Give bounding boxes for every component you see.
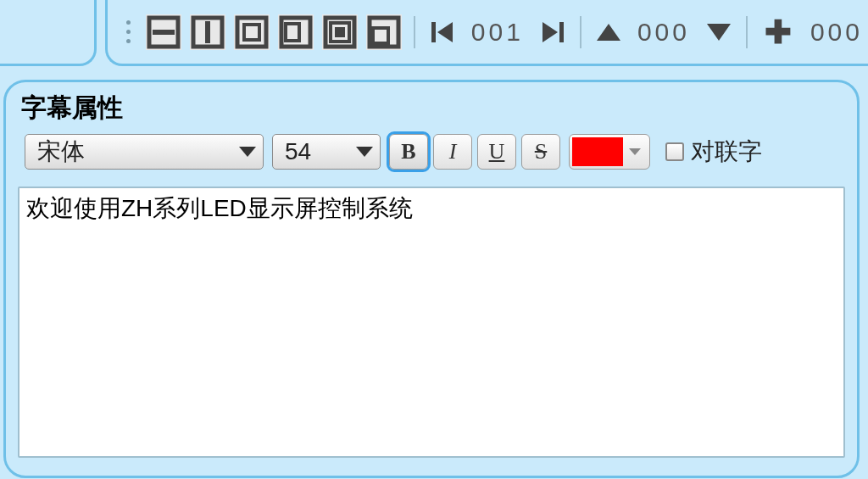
add-button[interactable]: ✚ — [760, 14, 797, 51]
text-color-select[interactable] — [569, 134, 650, 170]
layout-frame-icon[interactable] — [234, 14, 270, 50]
svg-rect-1 — [153, 30, 175, 35]
layout-nested-icon[interactable] — [322, 14, 358, 50]
underline-label: U — [489, 139, 505, 164]
counter-2: 000 — [632, 18, 695, 47]
strike-label: S — [535, 139, 547, 164]
counter-3: 000 — [805, 18, 868, 47]
layout-corner-icon[interactable] — [366, 14, 402, 50]
format-toolbar: 宋体 54 B I U S 对联字 — [18, 134, 845, 170]
svg-rect-4 — [237, 18, 266, 47]
font-family-select[interactable]: 宋体 — [25, 134, 264, 170]
top-left-panel — [0, 0, 97, 66]
toolbar-grip-icon — [126, 20, 131, 43]
first-button[interactable] — [427, 17, 458, 47]
svg-rect-5 — [244, 25, 259, 40]
bold-label: B — [401, 139, 415, 164]
layout-inset-left-icon[interactable] — [278, 14, 314, 50]
layout-toolbar: 001 000 ✚ 000 — [105, 0, 868, 66]
font-size-value: 54 — [285, 138, 311, 165]
svg-rect-7 — [286, 24, 299, 41]
svg-marker-14 — [437, 22, 453, 42]
separator-icon — [746, 16, 748, 48]
couplet-checkbox[interactable] — [665, 142, 684, 161]
subtitle-properties-panel: 字幕属性 宋体 54 B I U S — [3, 80, 860, 478]
layout-rows-icon[interactable] — [146, 14, 181, 50]
italic-label: I — [449, 139, 457, 164]
bold-button[interactable]: B — [389, 134, 428, 170]
svg-marker-17 — [597, 24, 620, 41]
svg-rect-15 — [559, 22, 564, 42]
layout-cols-icon[interactable] — [190, 14, 225, 50]
font-size-select[interactable]: 54 — [272, 134, 381, 170]
svg-rect-12 — [373, 28, 388, 43]
svg-rect-10 — [335, 27, 345, 37]
color-swatch-icon — [572, 137, 623, 166]
svg-marker-16 — [542, 22, 558, 42]
text-style-group: B I U S — [389, 134, 560, 170]
underline-button[interactable]: U — [477, 134, 516, 170]
couplet-checkbox-wrap: 对联字 — [665, 136, 762, 168]
down-button[interactable] — [704, 17, 734, 47]
counter-1: 001 — [466, 18, 529, 47]
chevron-down-icon — [629, 148, 641, 155]
svg-rect-13 — [431, 22, 436, 42]
up-button[interactable] — [593, 17, 624, 47]
separator-icon — [414, 16, 415, 48]
subtitle-text-input[interactable]: 欢迎使用ZH系列LED显示屏控制系统 — [18, 187, 845, 458]
panel-title: 字幕属性 — [18, 89, 845, 134]
couplet-label: 对联字 — [691, 136, 762, 168]
chevron-down-icon — [239, 147, 256, 157]
separator-icon — [580, 16, 581, 48]
svg-rect-3 — [205, 21, 210, 43]
svg-marker-18 — [707, 24, 731, 41]
strike-button[interactable]: S — [521, 134, 560, 170]
italic-button[interactable]: I — [433, 134, 472, 170]
last-button[interactable] — [537, 17, 568, 47]
top-area: 001 000 ✚ 000 — [0, 0, 868, 66]
chevron-down-icon — [356, 147, 373, 157]
font-family-value: 宋体 — [37, 136, 85, 168]
